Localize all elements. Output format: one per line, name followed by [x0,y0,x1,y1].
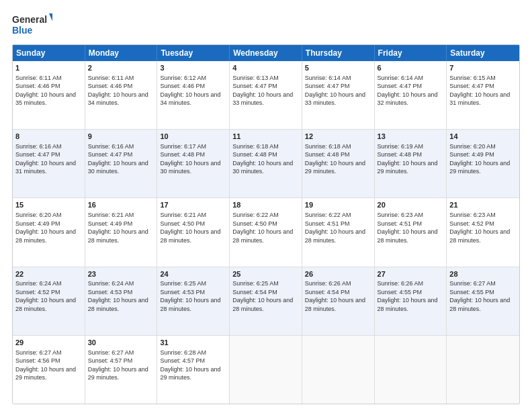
header-cell-monday: Monday [85,45,158,61]
day-number: 31 [160,338,226,348]
daylight-info: Daylight: 10 hours and 28 minutes. [15,297,76,312]
sunrise-info: Sunrise: 6:24 AM [88,280,134,287]
sunrise-info: Sunrise: 6:25 AM [232,280,279,287]
day-number: 27 [378,269,444,279]
day-number: 23 [88,269,154,279]
sunrise-info: Sunrise: 6:25 AM [160,280,206,287]
sunset-info: Sunset: 4:52 PM [15,289,60,295]
calendar-cell-day-18: 18 Sunrise: 6:22 AM Sunset: 4:50 PM Dayl… [230,198,302,266]
sunrise-info: Sunrise: 6:14 AM [378,75,424,81]
calendar-cell-day-14: 14 Sunrise: 6:20 AM Sunset: 4:49 PM Dayl… [447,130,519,197]
empty-cell [230,336,302,404]
sunrise-info: Sunrise: 6:15 AM [449,75,496,81]
day-number: 12 [305,132,371,142]
sunset-info: Sunset: 4:56 PM [15,357,60,364]
calendar-row-3: 15 Sunrise: 6:20 AM Sunset: 4:49 PM Dayl… [13,198,519,267]
calendar-cell-day-27: 27 Sunrise: 6:26 AM Sunset: 4:55 PM Dayl… [375,267,447,335]
sunset-info: Sunset: 4:51 PM [305,220,350,227]
day-number: 19 [305,200,371,210]
daylight-info: Daylight: 10 hours and 28 minutes. [378,297,438,312]
day-number: 21 [449,200,517,210]
calendar-cell-day-25: 25 Sunrise: 6:25 AM Sunset: 4:54 PM Dayl… [230,267,302,335]
daylight-info: Daylight: 10 hours and 29 minutes. [160,366,220,381]
sunrise-info: Sunrise: 6:18 AM [305,143,351,150]
sunset-info: Sunset: 4:49 PM [88,220,133,227]
sunrise-info: Sunrise: 6:20 AM [449,143,496,150]
day-number: 4 [232,63,299,73]
daylight-info: Daylight: 10 hours and 28 minutes. [160,228,220,243]
sunrise-info: Sunrise: 6:21 AM [160,212,206,218]
sunset-info: Sunset: 4:53 PM [88,289,133,295]
daylight-info: Daylight: 10 hours and 28 minutes. [449,228,510,243]
day-number: 18 [232,200,299,210]
sunset-info: Sunset: 4:55 PM [449,289,494,295]
day-number: 16 [88,200,154,210]
daylight-info: Daylight: 10 hours and 28 minutes. [15,228,76,243]
sunrise-info: Sunrise: 6:14 AM [305,75,351,81]
daylight-info: Daylight: 10 hours and 29 minutes. [88,366,148,381]
sunset-info: Sunset: 4:52 PM [449,220,494,227]
daylight-info: Daylight: 10 hours and 34 minutes. [88,91,148,106]
header-cell-saturday: Saturday [447,45,519,61]
sunset-info: Sunset: 4:57 PM [160,357,205,364]
logo-svg: General Blue [12,12,52,38]
header-cell-thursday: Thursday [302,45,375,61]
day-number: 29 [15,338,82,348]
sunrise-info: Sunrise: 6:20 AM [15,212,62,218]
calendar-cell-day-6: 6 Sunrise: 6:14 AM Sunset: 4:47 PM Dayli… [375,61,447,129]
sunset-info: Sunset: 4:54 PM [305,289,350,295]
sunset-info: Sunset: 4:47 PM [305,83,350,89]
sunrise-info: Sunrise: 6:12 AM [160,75,206,81]
sunset-info: Sunset: 4:47 PM [378,83,423,89]
header-cell-friday: Friday [375,45,447,61]
day-number: 10 [160,132,226,142]
sunrise-info: Sunrise: 6:26 AM [378,280,424,287]
sunset-info: Sunset: 4:46 PM [88,83,133,89]
calendar-cell-day-9: 9 Sunrise: 6:16 AM Sunset: 4:47 PM Dayli… [85,130,158,197]
calendar-cell-day-20: 20 Sunrise: 6:23 AM Sunset: 4:51 PM Dayl… [375,198,447,266]
sunset-info: Sunset: 4:47 PM [232,83,277,89]
daylight-info: Daylight: 10 hours and 35 minutes. [15,91,76,106]
sunrise-info: Sunrise: 6:27 AM [449,280,496,287]
calendar-cell-day-23: 23 Sunrise: 6:24 AM Sunset: 4:53 PM Dayl… [85,267,158,335]
sunrise-info: Sunrise: 6:17 AM [160,143,206,150]
sunset-info: Sunset: 4:46 PM [15,83,60,89]
day-number: 24 [160,269,226,279]
calendar-cell-day-21: 21 Sunrise: 6:23 AM Sunset: 4:52 PM Dayl… [447,198,519,266]
sunrise-info: Sunrise: 6:11 AM [88,75,134,81]
sunset-info: Sunset: 4:48 PM [305,151,350,158]
calendar-cell-day-1: 1 Sunrise: 6:11 AM Sunset: 4:46 PM Dayli… [13,61,85,129]
daylight-info: Daylight: 10 hours and 31 minutes. [449,91,510,106]
sunset-info: Sunset: 4:48 PM [378,151,423,158]
sunset-info: Sunset: 4:57 PM [88,357,133,364]
sunrise-info: Sunrise: 6:24 AM [15,280,62,287]
sunset-info: Sunset: 4:49 PM [15,220,60,227]
page: General Blue SundayMondayTuesdayWednesda… [0,0,532,411]
header-cell-wednesday: Wednesday [230,45,302,61]
sunset-info: Sunset: 4:50 PM [160,220,205,227]
sunset-info: Sunset: 4:46 PM [160,83,205,89]
logo: General Blue [12,12,52,38]
day-number: 13 [378,132,444,142]
calendar-cell-day-3: 3 Sunrise: 6:12 AM Sunset: 4:46 PM Dayli… [157,61,230,129]
sunrise-info: Sunrise: 6:11 AM [15,75,62,81]
day-number: 20 [378,200,444,210]
calendar-cell-day-30: 30 Sunrise: 6:27 AM Sunset: 4:57 PM Dayl… [85,336,158,404]
sunrise-info: Sunrise: 6:13 AM [232,75,279,81]
sunrise-info: Sunrise: 6:27 AM [15,349,62,356]
day-number: 5 [305,63,371,73]
daylight-info: Daylight: 10 hours and 28 minutes. [305,297,365,312]
daylight-info: Daylight: 10 hours and 28 minutes. [232,228,293,243]
sunset-info: Sunset: 4:53 PM [160,289,205,295]
calendar-cell-day-2: 2 Sunrise: 6:11 AM Sunset: 4:46 PM Dayli… [85,61,158,129]
sunset-info: Sunset: 4:48 PM [232,151,277,158]
calendar-cell-day-13: 13 Sunrise: 6:19 AM Sunset: 4:48 PM Dayl… [375,130,447,197]
calendar-cell-day-17: 17 Sunrise: 6:21 AM Sunset: 4:50 PM Dayl… [157,198,230,266]
sunset-info: Sunset: 4:54 PM [232,289,277,295]
sunset-info: Sunset: 4:55 PM [378,289,423,295]
calendar-cell-day-26: 26 Sunrise: 6:26 AM Sunset: 4:54 PM Dayl… [302,267,375,335]
svg-text:Blue: Blue [12,25,33,36]
svg-text:General: General [12,14,47,25]
sunrise-info: Sunrise: 6:23 AM [449,212,496,218]
calendar-cell-day-24: 24 Sunrise: 6:25 AM Sunset: 4:53 PM Dayl… [157,267,230,335]
